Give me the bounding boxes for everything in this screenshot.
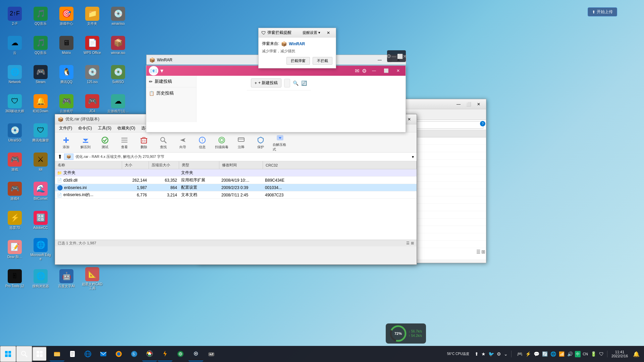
email-logo[interactable]: 📧: [149, 66, 158, 75]
tray-icon-bird[interactable]: 🐦: [488, 351, 495, 357]
email-search-icon[interactable]: 🔍: [293, 80, 299, 86]
winrar-path-dropdown[interactable]: ▾: [412, 155, 414, 159]
search-button[interactable]: [16, 346, 32, 362]
menu-file[interactable]: 文件(F): [56, 125, 75, 132]
desktop-icon-winrariso[interactable]: 📦 winrar.iso: [106, 32, 130, 59]
tray-icon-gear[interactable]: ⚙: [496, 351, 502, 357]
desktop-icon-2f[interactable]: 2↑F 2↑F: [3, 3, 27, 29]
desktop-icon-steam[interactable]: 🎮 Steam: [29, 61, 53, 88]
col-header-crc[interactable]: CRC32: [263, 161, 417, 169]
toolbar-btn-wizard[interactable]: 向导: [174, 134, 191, 150]
gta-minimize-btn[interactable]: —: [454, 101, 463, 108]
winrar-list-view-icon[interactable]: ☰: [406, 241, 410, 245]
col-header-size[interactable]: 大小: [122, 161, 149, 169]
desktop-icon-mstrix[interactable]: 🖥 Mstrix: [54, 32, 78, 59]
menu-command[interactable]: 命令(C): [75, 125, 95, 132]
desktop-icon-msedge[interactable]: 🌐 Microsoft Edge: [29, 236, 53, 263]
winrar-detail-view-icon[interactable]: ⊞: [411, 241, 414, 245]
winrar-close-btn[interactable]: ✕: [405, 116, 414, 123]
taskbar-app-music[interactable]: [173, 347, 188, 361]
tray-ime[interactable]: 中: [575, 351, 581, 357]
col-header-type[interactable]: 类型: [179, 161, 219, 169]
tray-volume[interactable]: 🔊: [567, 351, 574, 357]
email-refresh-icon[interactable]: 🔄: [301, 80, 307, 86]
toolbar-btn-extract[interactable]: 解压到: [77, 134, 94, 150]
popup-block-btn[interactable]: 拦截弹窗: [286, 57, 310, 65]
task-view-button[interactable]: [32, 347, 47, 361]
winrar-up-btn[interactable]: ⬆: [58, 154, 62, 160]
taskbar-app-browser[interactable]: [80, 347, 95, 361]
gta-list-view-icon[interactable]: ☰: [476, 249, 481, 254]
desktop-icon-caxa[interactable]: 📐 超星文档CAD工具: [80, 265, 104, 292]
taskbar-app-chrome[interactable]: [142, 347, 157, 361]
col-header-compressed[interactable]: 压缩后大小: [149, 161, 179, 169]
desktop-icon-360[interactable]: 🛡 360驱动大师: [3, 90, 27, 117]
menu-tools[interactable]: 工具(S): [95, 125, 114, 132]
toolbar-btn-view[interactable]: 查看: [116, 134, 133, 150]
desktop-icon-cloud[interactable]: ☁ 云: [3, 32, 27, 59]
taskbar-app-steam[interactable]: [189, 347, 203, 361]
toolbar-btn-info[interactable]: i 信息: [194, 134, 211, 150]
taskbar-app-mail[interactable]: [96, 347, 111, 361]
taskbar-app-sogou[interactable]: S: [127, 347, 142, 361]
email-close-btn[interactable]: ✕: [393, 67, 403, 74]
tray-chevron[interactable]: ⌄: [503, 351, 508, 357]
desktop-icon-folder[interactable]: 📁 文件夹: [80, 3, 104, 29]
desktop-icon-ultraiso[interactable]: 💿 UltraISO: [3, 119, 27, 146]
desktop-icon-qqmusic[interactable]: 🎵 QQ音乐: [29, 3, 53, 29]
desktop-icon-wangwang[interactable]: 🔔 旺旺Down: [29, 90, 53, 117]
email-minimize-btn[interactable]: —: [369, 67, 379, 74]
taskbar-app-explorer[interactable]: [50, 347, 64, 361]
desktop-icon-game3[interactable]: 🎮 游戏: [3, 148, 27, 175]
gta-maximize-btn[interactable]: ⬜: [464, 101, 473, 108]
tray-app3[interactable]: 💬: [533, 351, 540, 357]
popup-settings-btn[interactable]: 提醒设置 ▾: [301, 29, 322, 37]
desktop-icon-qqmusic2[interactable]: 🎵 QQ音乐: [29, 32, 53, 59]
desktop-icon-gamecenter[interactable]: 🎯 游戏中心: [54, 3, 78, 29]
gta-help-icon[interactable]: ?: [480, 121, 485, 126]
gta-close-btn[interactable]: ✕: [474, 101, 483, 108]
toolbar-btn-add[interactable]: 添加: [58, 134, 74, 150]
desktop-icon-protools[interactable]: 🎚 Pro Tools 12: [3, 265, 27, 292]
tray-app1[interactable]: 🎮: [516, 351, 523, 357]
tray-icon-star[interactable]: ★: [481, 351, 486, 357]
desktop-icon-tencent2[interactable]: 🛡 腾讯电脑管: [29, 119, 53, 146]
tray-app4[interactable]: 🔄: [541, 351, 548, 357]
desktop-icon-cloudgame2[interactable]: ☁ 云游戏厅(云…: [106, 90, 130, 117]
desktop-icon-wps[interactable]: 📄 WPS Office: [80, 32, 104, 59]
desktop-icon-softiso[interactable]: 💿 SoftISO: [106, 61, 130, 88]
email-dropdown-btn[interactable]: ▾: [160, 67, 163, 74]
desktop-icon-daerb[interactable]: 📝 Dear Bi…: [3, 236, 27, 263]
taskbar-clock[interactable]: 11:41 2022/2/16: [609, 350, 630, 358]
tray-icon-1[interactable]: ⬆: [474, 351, 479, 357]
email-mail-icon[interactable]: ✉: [355, 68, 359, 74]
toolbar-btn-find[interactable]: 查找: [155, 134, 172, 150]
gta-grid-view-icon[interactable]: ⊞: [481, 249, 485, 254]
toolbar-btn-comment[interactable]: 注释: [233, 134, 250, 150]
desktop-icon-bittorrent[interactable]: 🌊 BitComet: [29, 178, 53, 204]
tray-battery[interactable]: 🔋: [590, 351, 597, 357]
toolbar-btn-selfextract[interactable]: 自解压格式: [272, 132, 288, 153]
taskbar-app-game[interactable]: [204, 347, 219, 361]
email-sidebar-history[interactable]: 📋历史投稿: [146, 87, 196, 99]
winrar-mini-minimize[interactable]: —: [375, 56, 384, 64]
winrar-file-row-folder[interactable]: 📁 文件夹 文件夹: [55, 169, 417, 177]
desktop-icon-ai[interactable]: 🤖 百度文字AI: [54, 265, 78, 292]
desktop-icon-125iso[interactable]: 💿 125.iso: [80, 61, 104, 88]
desktop-icon-sogou[interactable]: 🌐 搜狗浏览器: [29, 265, 53, 292]
desktop-icon-thunder2[interactable]: ⚡ 迅雷70: [3, 207, 27, 234]
tray-app2[interactable]: ⚡: [525, 351, 532, 357]
desktop-icon-network[interactable]: 🌐 Network: [3, 61, 27, 88]
tray-security[interactable]: 🛡: [598, 351, 604, 357]
winrar-file-row-d3d9[interactable]: 📄 d3d9.dll 262,144 63,352 应用程序扩展 2008/4/…: [55, 177, 417, 184]
start-button[interactable]: [0, 346, 16, 362]
email-settings-icon[interactable]: ⚙: [362, 68, 367, 74]
tray-cn[interactable]: CN: [582, 351, 589, 357]
tray-app5[interactable]: 🌐: [550, 351, 557, 357]
menu-favorites[interactable]: 收藏夹(O): [115, 125, 138, 132]
desktop-icon-jc4[interactable]: 🎮 JC4: [80, 90, 104, 117]
toolbar-btn-protect[interactable]: 保护: [252, 134, 269, 150]
notification-button[interactable]: 🔔: [632, 347, 641, 361]
taskbar-app-thunder[interactable]: [158, 347, 172, 361]
desktop-icon-tencentqq[interactable]: 🐧 腾讯QQ: [54, 61, 78, 88]
